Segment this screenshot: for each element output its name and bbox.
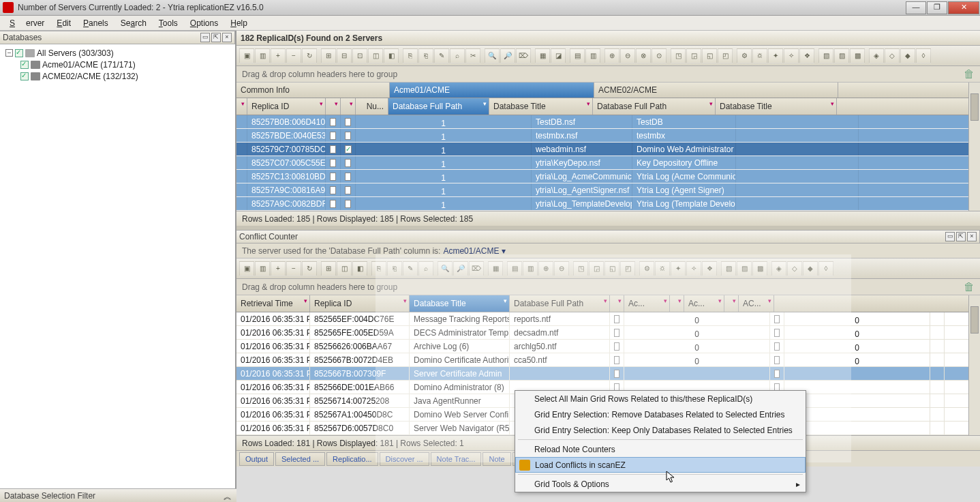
- ctx-reload-note-counters[interactable]: Reload Note Counters: [515, 441, 806, 457]
- table-row[interactable]: 01/2016 06:35:31 PM85256626:006BAA67Arch…: [236, 340, 980, 353]
- col-chk1[interactable]: ▾: [326, 98, 341, 115]
- toolbar-button[interactable]: ▤: [570, 48, 585, 63]
- table-row[interactable]: 01/2016 06:35:31 PM8525667B:007309FServe…: [236, 367, 980, 381]
- tree-root[interactable]: – All Servers (303/303): [1, 47, 234, 59]
- toolbar-button[interactable]: ⌕: [418, 261, 433, 276]
- toolbar-button[interactable]: ▩: [850, 48, 865, 63]
- bottom-tab[interactable]: Note Trac...: [431, 452, 482, 466]
- col-chk[interactable]: ▾: [610, 295, 624, 312]
- toolbar-button[interactable]: ⚙: [639, 261, 654, 276]
- menu-server[interactable]: Server: [4, 17, 50, 29]
- trash-icon[interactable]: 🗑: [964, 68, 976, 80]
- expand-icon[interactable]: –: [5, 49, 13, 57]
- toolbar-button[interactable]: ◈: [771, 261, 786, 276]
- toolbar-button[interactable]: ◰: [718, 48, 733, 63]
- toolbar-button[interactable]: ▥: [523, 261, 538, 276]
- table-row[interactable]: 01/2016 06:35:31 PM852565EF:004DC76EMess…: [236, 312, 980, 326]
- toolbar-button[interactable]: ⊗: [636, 48, 651, 63]
- toolbar-button[interactable]: ✎: [434, 48, 449, 63]
- panel-mode-button[interactable]: ▭: [945, 232, 955, 241]
- toolbar-button[interactable]: ⊖: [554, 261, 569, 276]
- group-header-server2[interactable]: ACME02/ACME: [594, 83, 838, 98]
- toolbar-button[interactable]: ▣: [239, 48, 254, 63]
- toolbar-button[interactable]: ⎘: [371, 261, 386, 276]
- table-row[interactable]: 01/2016 06:35:31 PM852565FE:005ED59ADECS…: [236, 326, 980, 340]
- bottom-tab[interactable]: Discover ...: [380, 452, 429, 466]
- col-chk2[interactable]: ▾: [670, 295, 684, 312]
- panel-close-button[interactable]: ×: [222, 33, 232, 42]
- toolbar-button[interactable]: ◳: [671, 48, 686, 63]
- toolbar-button[interactable]: ▨: [834, 48, 849, 63]
- toolbar-button[interactable]: ⊕: [604, 48, 619, 63]
- col-dt1[interactable]: Database Title▾: [489, 98, 593, 115]
- toolbar-button[interactable]: ▥: [255, 261, 270, 276]
- toolbar-button[interactable]: ▣: [239, 261, 254, 276]
- toolbar-button[interactable]: ◊: [916, 48, 931, 63]
- toolbar-button[interactable]: ◈: [869, 48, 884, 63]
- toolbar-button[interactable]: +: [271, 261, 286, 276]
- toolbar-button[interactable]: ↻: [302, 261, 317, 276]
- toolbar-button[interactable]: ◧: [384, 48, 399, 63]
- menu-panels[interactable]: Panels: [78, 17, 114, 29]
- vertical-scrollbar[interactable]: [968, 83, 980, 211]
- group-header-server1[interactable]: Acme01/ACME: [390, 83, 594, 98]
- toolbar-button[interactable]: ✧: [686, 261, 701, 276]
- toolbar-button[interactable]: ◧: [352, 261, 367, 276]
- chevron-up-icon[interactable]: ︽: [223, 491, 232, 501]
- toolbar-button[interactable]: ⎗: [418, 48, 433, 63]
- toolbar-button[interactable]: ◆: [900, 48, 915, 63]
- menu-options[interactable]: Options: [185, 17, 224, 29]
- toolbar-button[interactable]: ⊕: [538, 261, 553, 276]
- toolbar-button[interactable]: ⊡: [352, 48, 367, 63]
- menu-help[interactable]: Help: [225, 17, 253, 29]
- minimize-button[interactable]: —: [906, 1, 926, 14]
- toolbar-button[interactable]: ⌕: [450, 48, 465, 63]
- toolbar-button[interactable]: ✦: [671, 261, 686, 276]
- col-ac1[interactable]: Ac...▾: [624, 295, 670, 312]
- database-selection-filter[interactable]: Database Selection Filter ︽: [0, 488, 236, 502]
- panel-close-button[interactable]: ×: [967, 232, 977, 241]
- toolbar-button[interactable]: ⊖: [620, 48, 635, 63]
- tree-node[interactable]: Acme01/ACME (171/171): [1, 59, 234, 70]
- table-row[interactable]: 85257A9C:0082BDFF1ytria\Log_TemplateDeve…: [236, 197, 980, 211]
- col-ac3[interactable]: AC...▾: [739, 295, 774, 312]
- col-retrieval-time[interactable]: Retrieval Time▾: [236, 295, 310, 312]
- ctx-load-conflicts-scanez[interactable]: Load Conflicts in scanEZ: [515, 457, 806, 473]
- toolbar-button[interactable]: ⌦: [469, 261, 484, 276]
- col-dt2[interactable]: Database Title▾: [716, 98, 837, 115]
- toolbar-button[interactable]: ▦: [488, 261, 503, 276]
- table-row[interactable]: 85257BDE:0040E5311testmbx.nsftestmbx: [236, 129, 980, 143]
- col-replica-id[interactable]: Replica ID▾: [310, 295, 410, 312]
- toolbar-button[interactable]: ✂: [465, 48, 480, 63]
- toolbar-button[interactable]: ◲: [686, 48, 701, 63]
- toolbar-button[interactable]: ▨: [737, 261, 752, 276]
- toolbar-button[interactable]: 🔍: [485, 48, 500, 63]
- toolbar-button[interactable]: −: [286, 48, 301, 63]
- group-header-common[interactable]: Common Info: [236, 83, 390, 98]
- bottom-tab[interactable]: Replicatio...: [326, 452, 378, 466]
- col-nu[interactable]: Nu...: [356, 98, 388, 115]
- toolbar-button[interactable]: ◰: [620, 261, 635, 276]
- toolbar-button[interactable]: ▦: [535, 48, 550, 63]
- toolbar-button[interactable]: 🔍: [438, 261, 453, 276]
- panel-pin-button[interactable]: ⇱: [211, 33, 221, 42]
- toolbar-button[interactable]: ⊞: [321, 261, 336, 276]
- restore-button[interactable]: ❐: [927, 1, 947, 14]
- tree-checkbox[interactable]: [15, 49, 23, 57]
- bottom-tab[interactable]: Selected ...: [275, 452, 325, 466]
- toolbar-button[interactable]: ◊: [818, 261, 833, 276]
- col-replica-id[interactable]: Replica ID▾: [247, 98, 326, 115]
- toolbar-button[interactable]: −: [286, 261, 301, 276]
- vertical-scrollbar[interactable]: [968, 295, 980, 435]
- toolbar-button[interactable]: ⎗: [387, 261, 402, 276]
- table-row[interactable]: 85257C13:00810BD71ytria\Log_AcmeCommunic…: [236, 170, 980, 183]
- toolbar-button[interactable]: ◫: [337, 261, 352, 276]
- menu-tools[interactable]: Tools: [153, 17, 183, 29]
- table-row[interactable]: 01/2016 06:35:31 PM8525667B:0072D4EBDomi…: [236, 353, 980, 367]
- toolbar-button[interactable]: ▩: [752, 261, 767, 276]
- ctx-remove-related[interactable]: Grid Entry Selection: Remove Databases R…: [515, 407, 806, 422]
- toolbar-button[interactable]: ⛭: [752, 48, 767, 63]
- top-grid-group-bar[interactable]: Drag & drop column headers here to group…: [236, 66, 980, 83]
- trash-icon[interactable]: 🗑: [964, 281, 976, 293]
- panel-mode-button[interactable]: ▭: [200, 33, 210, 42]
